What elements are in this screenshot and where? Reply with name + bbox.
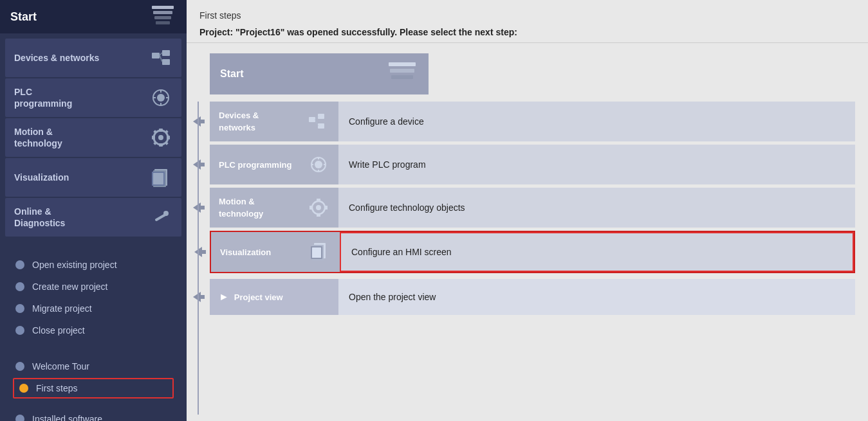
svg-line-11 [160,55,162,62]
svg-rect-3 [153,11,172,14]
welcome-tour-dot [15,362,24,371]
nav-item-visualization[interactable]: Visualization [5,158,181,197]
close-dot [15,326,24,335]
nav-item-devices-networks[interactable]: Devices & networks [5,39,181,77]
project-message: Project: "Project16" was opened successf… [199,27,855,37]
open-existing-label: Open existing project [32,260,117,270]
step-plc-icon [308,154,329,175]
project-view-right-label: Open the project view [349,292,436,302]
step-devices-icon [308,111,329,132]
step-left-plc-label: PLC programming [219,160,291,170]
step-left-motion: Motion &technology [210,188,338,228]
installed-software-dot [15,415,24,421]
svg-rect-6 [156,21,170,24]
installed-software-label: Installed software [32,414,102,421]
step-right-devices-label: Configure a device [349,116,424,127]
step-left-motion-label: Motion &technology [219,197,263,219]
step-visualization-icon [309,241,331,263]
svg-rect-22 [152,136,155,139]
step-left-devices-label: Devices &networks [219,111,259,132]
svg-rect-2 [152,6,174,9]
step-left-plc: PLC programming [210,145,338,184]
first-steps-label: First steps [36,383,78,393]
start-title: Start [10,10,37,24]
svg-rect-58 [309,206,312,210]
devices-networks-icon [149,46,172,69]
nav-item-online-diagnostics-label: Online &Diagnostics [14,206,65,229]
nav-item-motion-technology-label: Motion &technology [14,126,62,149]
project-chevron: ► [219,291,229,303]
step-motion-technology: Motion &technology Configure technolo [210,188,855,228]
step-left-visualization: Visualization [211,232,340,272]
welcome-tour-item[interactable]: Welcome Tour [13,356,174,377]
first-steps-dot [19,384,28,393]
right-header: First steps Project: "Project16" was ope… [187,0,868,43]
svg-rect-35 [390,69,414,73]
online-diagnostics-icon [149,206,172,229]
motion-technology-icon [149,126,172,149]
svg-rect-39 [309,117,315,122]
create-new-project-item[interactable]: Create new project [13,276,174,297]
nav-items: Devices & networks PLCprogramming [0,33,187,242]
migrate-label: Migrate project [32,303,92,314]
menu-section-bottom: Welcome Tour First steps Installed softw… [0,351,187,421]
project-view-right[interactable]: Open the project view [338,279,855,315]
svg-rect-65 [312,247,321,258]
right-panel: First steps Project: "Project16" was ope… [187,0,868,421]
menu-section-top: Open existing project Create new project… [0,244,187,351]
start-card-icon [386,60,418,85]
close-label: Close project [32,325,85,336]
step-left-visualization-label: Visualization [220,247,271,257]
open-existing-project-item[interactable]: Open existing project [13,255,174,275]
nav-item-plc-programming-label: PLCprogramming [14,86,72,109]
plc-programming-icon [149,86,172,109]
create-new-label: Create new project [32,282,108,292]
svg-rect-56 [317,199,320,201]
svg-line-42 [315,116,318,120]
left-panel: Start Devices & networks [0,0,187,421]
svg-rect-40 [318,114,324,119]
project-view-left: ► Project view [210,279,338,315]
svg-point-19 [158,135,163,140]
nav-item-plc-programming[interactable]: PLCprogramming [5,78,181,117]
svg-rect-36 [391,75,413,79]
step-right-visualization[interactable]: Configure an HMI screen [340,232,854,272]
open-existing-dot [15,260,24,269]
svg-point-47 [315,161,322,168]
svg-rect-8 [162,50,170,56]
step-left-devices: Devices &networks [210,102,338,141]
migrate-project-item[interactable]: Migrate project [13,298,174,319]
svg-rect-5 [154,16,171,19]
step-right-devices[interactable]: Configure a device [338,102,855,141]
installed-software-item[interactable]: Installed software [13,409,174,421]
svg-point-13 [157,94,165,102]
step-plc-programming: PLC programming Write PLC program [210,145,855,184]
nav-item-visualization-label: Visualization [14,172,69,183]
svg-rect-59 [325,206,328,210]
step-right-motion-label: Configure technology objects [349,202,465,213]
nav-item-devices-networks-label: Devices & networks [14,52,99,64]
step-motion-icon [308,197,329,219]
start-icon [149,2,176,29]
first-steps-item[interactable]: First steps [13,378,174,399]
svg-rect-20 [159,129,163,132]
first-steps-title: First steps [199,10,855,21]
welcome-tour-label: Welcome Tour [32,361,89,372]
left-header: Start [0,0,187,33]
step-right-plc[interactable]: Write PLC program [338,145,855,184]
close-project-item[interactable]: Close project [13,320,174,341]
svg-rect-9 [162,59,170,65]
start-card: Start [210,53,429,94]
right-content: Start [187,43,868,421]
nav-item-motion-technology[interactable]: Motion &technology [5,118,181,157]
svg-rect-57 [317,214,320,217]
svg-rect-7 [152,53,160,58]
svg-line-10 [160,53,162,55]
migrate-dot [15,304,24,313]
svg-line-43 [315,120,318,126]
visualization-icon [149,166,172,189]
step-right-motion[interactable]: Configure technology objects [338,188,855,228]
nav-item-online-diagnostics[interactable]: Online &Diagnostics [5,198,181,237]
step-devices-networks: Devices &networks Configure a device [210,102,855,141]
start-card-label: Start [220,68,243,80]
